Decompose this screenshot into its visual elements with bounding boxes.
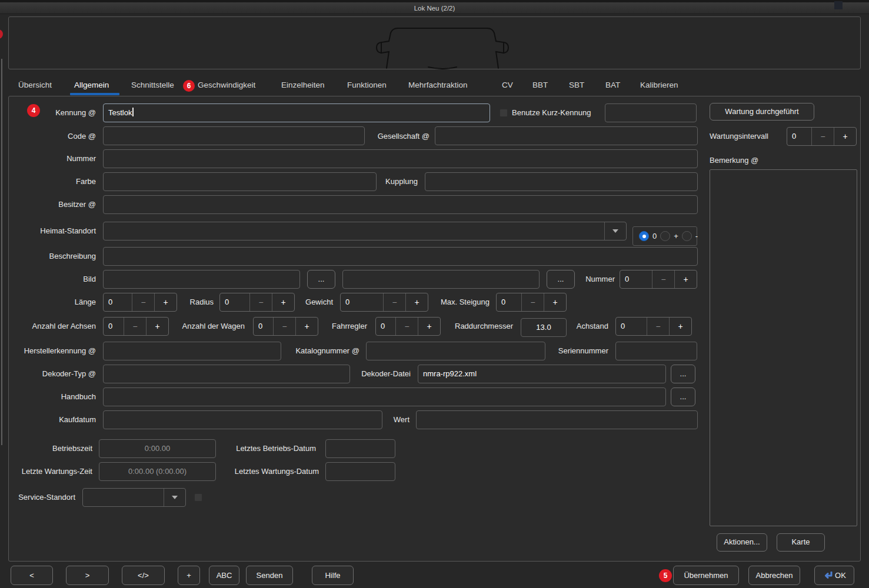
kennung-input[interactable]: Testlok xyxy=(103,103,490,122)
kaufdatum-input[interactable] xyxy=(103,410,382,429)
heimat-standort-dropdown-button[interactable] xyxy=(604,222,626,240)
dekoder-datei-browse-button[interactable]: ... xyxy=(671,365,695,383)
laenge-decrement-button[interactable]: − xyxy=(132,293,154,311)
tab-cv[interactable]: CV xyxy=(502,76,513,94)
achstand-value[interactable]: 0 xyxy=(616,318,647,335)
tab-schnittstelle[interactable]: Schnittstelle xyxy=(131,76,174,94)
hilfe-button[interactable]: Hilfe xyxy=(312,566,354,585)
xml-code-button[interactable]: </> xyxy=(122,566,165,585)
radius-value[interactable]: 0 xyxy=(220,293,249,311)
karte-button[interactable]: Karte xyxy=(777,533,825,552)
fahrregler-value[interactable]: 0 xyxy=(376,318,395,335)
gewicht-value[interactable]: 0 xyxy=(341,293,383,311)
chevron-down-icon xyxy=(172,496,178,499)
abc-button[interactable]: ABC xyxy=(209,566,239,585)
max-steigung-increment-button[interactable]: + xyxy=(544,293,566,311)
anzahl-achsen-increment-button[interactable]: + xyxy=(146,318,168,335)
bild-input[interactable] xyxy=(103,270,300,289)
anzahl-achsen-value[interactable]: 0 xyxy=(104,318,124,335)
achstand-increment-button[interactable]: + xyxy=(669,318,691,335)
dekoder-typ-input[interactable] xyxy=(103,365,350,383)
letztes-wartungs-datum-input[interactable] xyxy=(325,462,395,481)
wartungsintervall-decrement-button[interactable]: − xyxy=(811,128,834,145)
letztes-betriebs-datum-input[interactable] xyxy=(325,439,395,458)
laenge-increment-button[interactable]: + xyxy=(154,293,177,311)
bild2-input[interactable] xyxy=(342,270,540,289)
kupplung-input[interactable] xyxy=(425,172,698,191)
service-standort-checkbox[interactable] xyxy=(194,493,202,502)
radius-increment-button[interactable]: + xyxy=(272,293,294,311)
radio-zero[interactable] xyxy=(639,231,649,241)
service-standort-dropdown-button[interactable] xyxy=(164,489,185,506)
seriennummer-input[interactable] xyxy=(615,342,697,360)
anzahl-wagen-value[interactable]: 0 xyxy=(254,318,273,335)
handbuch-input[interactable] xyxy=(103,387,666,406)
abbrechen-button[interactable]: Abbrechen xyxy=(748,566,800,585)
tab-kalibrieren[interactable]: Kalibrieren xyxy=(640,76,678,94)
bild-nummer-value[interactable]: 0 xyxy=(620,270,652,288)
laenge-value[interactable]: 0 xyxy=(104,293,132,311)
beschreibung-input[interactable] xyxy=(103,247,698,266)
gewicht-increment-button[interactable]: + xyxy=(405,293,428,311)
window-title: Lok Neu (2/2) xyxy=(0,2,869,14)
tab-einzelheiten[interactable]: Einzelheiten xyxy=(281,76,325,94)
kurz-kennung-checkbox[interactable] xyxy=(500,109,508,117)
tab-bbt[interactable]: BBT xyxy=(532,76,548,94)
next-button[interactable]: > xyxy=(66,566,109,585)
radio-plus[interactable] xyxy=(660,231,670,241)
bild-browse-button[interactable]: ... xyxy=(307,270,335,289)
kurz-kennung-input[interactable] xyxy=(605,103,697,122)
beschreibung-label: Beschreibung xyxy=(12,247,96,266)
achstand-spinner: 0 − + xyxy=(615,317,692,336)
anzahl-achsen-decrement-button[interactable]: − xyxy=(124,318,146,335)
raddurchmesser-input[interactable]: 13.0 xyxy=(521,318,567,337)
handbuch-label: Handbuch xyxy=(12,387,96,406)
aktionen-button[interactable]: Aktionen... xyxy=(717,533,767,552)
tab-geschwindigkeit[interactable]: Geschwindigkeit xyxy=(198,76,255,94)
gesellschaft-input[interactable] xyxy=(435,126,698,145)
heimat-standort-combobox[interactable] xyxy=(103,222,627,240)
betriebszeit-label: Betriebszeit xyxy=(12,439,92,458)
senden-button[interactable]: Senden xyxy=(246,566,293,585)
handbuch-browse-button[interactable]: ... xyxy=(671,387,695,406)
achstand-decrement-button[interactable]: − xyxy=(647,318,669,335)
tab-sbt[interactable]: SBT xyxy=(569,76,584,94)
katalognummer-input[interactable] xyxy=(366,342,545,360)
wartungsintervall-increment-button[interactable]: + xyxy=(834,128,856,145)
besitzer-input[interactable] xyxy=(103,195,698,214)
tab-uebersicht[interactable]: Übersicht xyxy=(18,76,52,94)
max-steigung-label: Max. Steigung xyxy=(434,293,490,312)
anzahl-wagen-increment-button[interactable]: + xyxy=(295,318,318,335)
add-button[interactable]: + xyxy=(178,566,200,585)
prev-button[interactable]: < xyxy=(11,566,53,585)
service-standort-combobox[interactable] xyxy=(82,488,186,507)
nummer-input[interactable] xyxy=(103,149,698,168)
gewicht-decrement-button[interactable]: − xyxy=(383,293,405,311)
tab-mehrfachtraktion[interactable]: Mehrfachtraktion xyxy=(408,76,468,94)
uebernehmen-button[interactable]: Übernehmen xyxy=(673,566,739,585)
kennung-label: Kennung @ xyxy=(12,103,96,122)
wartung-durchgefuehrt-button[interactable]: Wartung durchgeführt xyxy=(710,103,814,121)
bild-nummer-decrement-button[interactable]: − xyxy=(652,270,674,288)
fahrregler-increment-button[interactable]: + xyxy=(418,318,440,335)
ok-button[interactable]: OK xyxy=(814,566,854,585)
tab-funktionen[interactable]: Funktionen xyxy=(347,76,387,94)
herstellerkennung-input[interactable] xyxy=(103,342,281,360)
fahrregler-decrement-button[interactable]: − xyxy=(395,318,418,335)
dekoder-datei-input[interactable]: nmra-rp922.xml xyxy=(418,365,666,383)
wert-input[interactable] xyxy=(416,410,698,429)
max-steigung-spinner: 0 − + xyxy=(496,293,567,312)
bild2-browse-button[interactable]: ... xyxy=(547,270,575,289)
wartungsintervall-value[interactable]: 0 xyxy=(787,128,811,145)
anzahl-wagen-decrement-button[interactable]: − xyxy=(273,318,295,335)
max-steigung-value[interactable]: 0 xyxy=(497,293,521,311)
code-input[interactable] xyxy=(103,126,365,145)
tab-allgemein[interactable]: Allgemein xyxy=(74,76,109,94)
bemerkung-textarea[interactable] xyxy=(710,169,857,526)
bild-nummer-increment-button[interactable]: + xyxy=(674,270,697,288)
tab-bat[interactable]: BAT xyxy=(605,76,620,94)
max-steigung-decrement-button[interactable]: − xyxy=(521,293,544,311)
radio-minus[interactable] xyxy=(682,231,692,241)
farbe-input[interactable] xyxy=(103,172,377,191)
radius-decrement-button[interactable]: − xyxy=(249,293,272,311)
